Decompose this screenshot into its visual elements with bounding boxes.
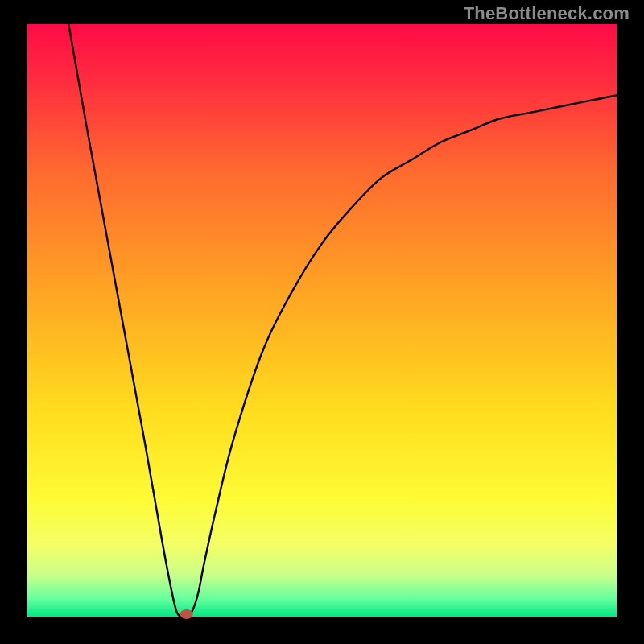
optimal-point-marker (180, 609, 193, 619)
chart-frame: TheBottleneck.com (0, 0, 644, 644)
bottleneck-chart (0, 0, 644, 644)
